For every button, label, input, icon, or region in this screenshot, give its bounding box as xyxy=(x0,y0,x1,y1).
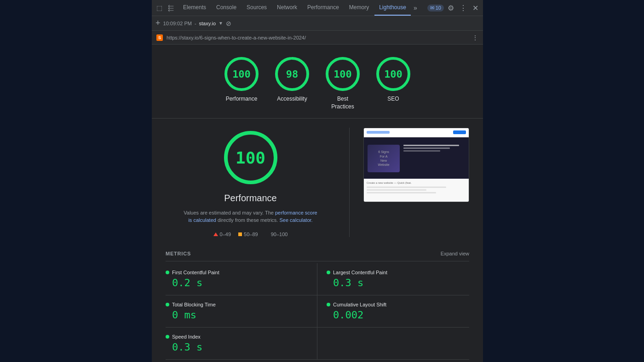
metric-cls-dot xyxy=(327,303,330,306)
metric-tbt-value: 0 ms xyxy=(166,309,308,321)
tab-memory[interactable]: Memory xyxy=(345,0,374,16)
tab-console[interactable]: Console xyxy=(212,0,241,16)
metric-tbt-name: Total Blocking Time xyxy=(172,302,216,307)
url-more-icon[interactable]: ⋮ xyxy=(472,34,478,41)
metric-lcp: Largest Contentful Paint 0.3 s xyxy=(317,263,469,295)
kebab-menu-icon[interactable]: ⋮ xyxy=(458,3,469,13)
score-seo: 100 SEO xyxy=(375,56,412,103)
devtools-window: ⬚ ⬱ Elements Console Sources Network Per… xyxy=(152,0,483,362)
performance-left: 100 Performance Values are estimated and… xyxy=(166,128,335,237)
average-range: 50–89 xyxy=(244,232,258,237)
notification-badge[interactable]: ✉ 10 xyxy=(427,5,444,11)
badge-count: 10 xyxy=(436,5,441,11)
metric-cls-value: 0.002 xyxy=(327,309,469,321)
mock-bottom: Create a new website — Quick (feat. xyxy=(364,179,469,202)
tab-bar-icons: ⬚ ⬱ xyxy=(155,3,176,13)
metric-lcp-name: Largest Contentful Paint xyxy=(333,270,387,275)
score-accessibility: 98 Accessibility xyxy=(274,56,310,103)
favicon: S xyxy=(156,34,163,41)
expand-view-button[interactable]: Expand view xyxy=(441,251,469,256)
seo-label: SEO xyxy=(387,95,399,103)
legend-average: 50–89 xyxy=(238,232,258,237)
main-content: 100 Performance 98 Accessibility xyxy=(152,45,483,362)
metric-lcp-header: Largest Contentful Paint xyxy=(327,270,469,275)
add-tab-icon[interactable]: + xyxy=(155,18,161,28)
tab-sources[interactable]: Sources xyxy=(242,0,271,16)
close-icon[interactable]: ✕ xyxy=(471,3,480,13)
score-performance: 100 Performance xyxy=(223,56,260,103)
more-tabs-icon[interactable]: » xyxy=(412,4,419,11)
poor-icon xyxy=(213,232,218,236)
cancel-reload-icon[interactable]: ⊘ xyxy=(226,20,231,27)
seo-score: 100 xyxy=(384,68,402,80)
settings-icon[interactable]: ⚙ xyxy=(446,3,456,13)
best-practices-label: Best Practices xyxy=(331,95,354,111)
vertical-divider xyxy=(349,128,350,237)
mock-button xyxy=(453,130,466,134)
metric-si: Speed Index 0.3 s xyxy=(166,328,317,360)
domain-label: staxy.io xyxy=(199,21,216,26)
performance-circle: 100 xyxy=(223,56,260,92)
metrics-title: METRICS xyxy=(166,251,191,256)
metric-tbt-dot xyxy=(166,303,169,306)
performance-right: 6 SignsFor ANewWebsite xyxy=(363,128,469,202)
metric-fcp-dot xyxy=(166,271,169,274)
metrics-grid: First Contentful Paint 0.2 s Largest Con… xyxy=(166,263,469,360)
metric-si-value: 0.3 s xyxy=(166,341,308,353)
tab-lighthouse[interactable]: Lighthouse xyxy=(374,0,411,16)
metric-lcp-dot xyxy=(327,271,330,274)
metric-cls-name: Cumulative Layout Shift xyxy=(333,302,386,307)
mail-icon: ✉ xyxy=(430,5,434,11)
legend-poor: 0–49 xyxy=(213,232,231,237)
accessibility-score: 98 xyxy=(286,68,299,80)
legend-good: 90–100 xyxy=(265,232,288,237)
tab-bar: ⬚ ⬱ Elements Console Sources Network Per… xyxy=(152,0,483,16)
large-performance-circle: 100 xyxy=(221,128,281,187)
device-icon[interactable]: ⬱ xyxy=(166,3,176,13)
best-practices-circle: 100 xyxy=(324,56,361,92)
metric-fcp: First Contentful Paint 0.2 s xyxy=(166,263,317,295)
mock-hero: 6 SignsFor ANewWebsite xyxy=(364,137,469,179)
dropdown-chevron-icon[interactable]: ▼ xyxy=(218,21,223,26)
metrics-section: METRICS Expand view First Contentful Pai… xyxy=(152,246,483,362)
metric-tbt-header: Total Blocking Time xyxy=(166,302,308,307)
tab-bar-right: ✉ 10 ⚙ ⋮ ✕ xyxy=(427,3,480,13)
mock-text-area xyxy=(403,141,465,152)
legend: 0–49 50–89 90–100 xyxy=(213,232,288,237)
url-bar: S https://staxy.io/6-signs-when-to-creat… xyxy=(152,30,483,44)
metrics-header: METRICS Expand view xyxy=(166,246,469,261)
good-icon xyxy=(265,232,269,236)
metric-tbt: Total Blocking Time 0 ms xyxy=(166,295,317,328)
metric-fcp-name: First Contentful Paint xyxy=(172,270,219,275)
mock-nav-bar xyxy=(367,131,390,134)
cursor-icon[interactable]: ⬚ xyxy=(155,3,164,12)
tab-elements[interactable]: Elements xyxy=(178,0,211,16)
metric-cls-header: Cumulative Layout Shift xyxy=(327,302,469,307)
accessibility-circle: 98 xyxy=(274,56,310,92)
mock-card: 6 SignsFor ANewWebsite xyxy=(368,145,400,172)
metric-si-name: Speed Index xyxy=(172,334,201,339)
metric-si-dot xyxy=(166,335,169,339)
screenshot-mockup: 6 SignsFor ANewWebsite xyxy=(364,128,469,202)
metric-cls: Cumulative Layout Shift 0.002 xyxy=(317,295,469,328)
performance-note: Values are estimated and may vary. The p… xyxy=(182,209,320,224)
metric-empty xyxy=(317,328,469,360)
calculator-link[interactable]: See calculator. xyxy=(279,217,312,223)
accessibility-label: Accessibility xyxy=(277,95,307,103)
good-range: 90–100 xyxy=(271,232,288,237)
metric-fcp-value: 0.2 s xyxy=(166,277,308,288)
score-best-practices: 100 Best Practices xyxy=(324,56,361,111)
metric-lcp-value: 0.3 s xyxy=(327,277,469,288)
screenshot-preview: 6 SignsFor ANewWebsite xyxy=(363,128,469,202)
tab-network[interactable]: Network xyxy=(272,0,302,16)
timestamp: 10:09:02 PM xyxy=(163,21,192,26)
performance-label: Performance xyxy=(226,95,258,103)
metric-si-header: Speed Index xyxy=(166,334,308,339)
poor-range: 0–49 xyxy=(220,232,231,237)
tab-performance[interactable]: Performance xyxy=(303,0,344,16)
performance-title: Performance xyxy=(224,193,277,204)
url-text: https://staxy.io/6-signs-when-to-create-… xyxy=(167,35,468,40)
scores-section: 100 Performance 98 Accessibility xyxy=(152,45,483,118)
average-icon xyxy=(238,232,242,236)
large-performance-score: 100 xyxy=(236,148,265,167)
